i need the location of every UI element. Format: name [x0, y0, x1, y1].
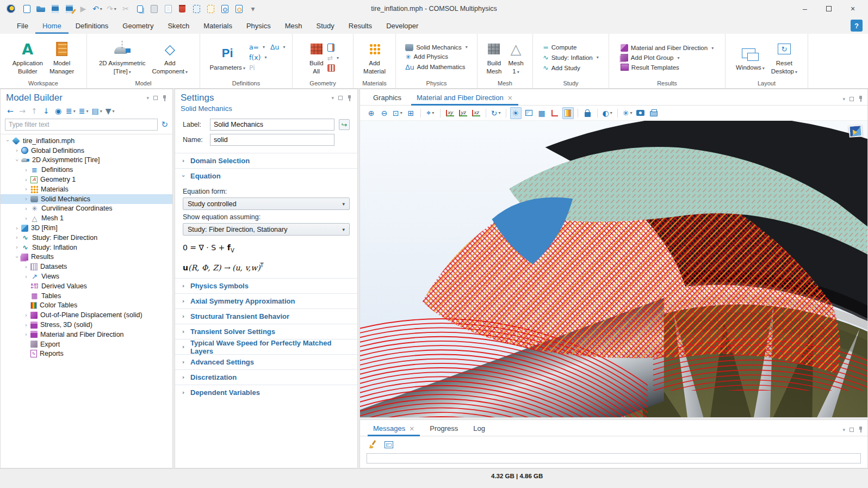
component-2d-axisymmetric-button[interactable]: 2D Axisymmetric[Tire]▾: [96, 39, 148, 76]
result-templates-button[interactable]: Result Templates: [621, 64, 679, 71]
rename-icon[interactable]: ↪: [339, 119, 350, 130]
filter-icon[interactable]: ▼▾: [104, 106, 116, 116]
add-plot-group-button[interactable]: Add Plot Group▾: [621, 54, 680, 61]
application-builder-button[interactable]: AApplicationBuilder: [10, 39, 46, 76]
select-all-icon[interactable]: [190, 2, 202, 15]
tree-item-definitions[interactable]: ›≡Definitions: [1, 165, 172, 175]
close-tab-icon[interactable]: ×: [507, 94, 513, 102]
reset-desktop-button[interactable]: ↻ResetDesktop▾: [768, 39, 800, 76]
tree-item-results[interactable]: ›Results: [1, 252, 172, 262]
maximize-button[interactable]: [817, 1, 841, 16]
cut-icon[interactable]: ✂: [120, 2, 132, 15]
tree-item-solid-mechanics[interactable]: ›Solid Mechanics: [1, 194, 172, 204]
messages-output-box[interactable]: [367, 453, 861, 464]
view-xy-icon[interactable]: xy: [444, 107, 456, 119]
parameter-case-button[interactable]: Pi: [249, 64, 255, 72]
customize-qat-icon[interactable]: ▾: [247, 2, 259, 15]
section-transient-solver-settings[interactable]: ›Transient Solver Settings: [175, 324, 357, 339]
paste-icon[interactable]: [148, 2, 160, 15]
plot-thumbnail-icon[interactable]: [848, 125, 862, 138]
transparency-icon[interactable]: [523, 107, 535, 119]
tree-chevron-icon[interactable]: ›: [22, 215, 30, 221]
section-structural-transient-behavior[interactable]: ›Structural Transient Behavior: [175, 308, 357, 324]
study-inflation-button[interactable]: ∿Study: Inflation▾: [543, 53, 599, 61]
redo-icon[interactable]: ↷▾: [106, 2, 117, 15]
zoom-out-icon[interactable]: ⊖: [379, 107, 390, 119]
build-all-button[interactable]: BuildAll: [307, 39, 326, 76]
tree-item-material-and-fiber-direction[interactable]: ›Material and Fiber Direction: [1, 330, 172, 339]
add-study-button[interactable]: ∿Add Study: [543, 64, 580, 72]
section-discretization[interactable]: ›Discretization: [175, 369, 357, 385]
menu-mesh[interactable]: Mesh: [278, 17, 309, 34]
panel-menu-icon[interactable]: ▾: [842, 96, 845, 102]
minimize-button[interactable]: –: [793, 1, 817, 16]
menu-file[interactable]: File: [10, 17, 35, 34]
tree-chevron-icon[interactable]: ›: [22, 331, 30, 337]
close-tab-icon[interactable]: ×: [409, 425, 414, 433]
add-physics-button[interactable]: ✳Add Physics: [405, 53, 448, 61]
build-mesh-button[interactable]: BuildMesh: [483, 39, 504, 76]
zoom-box-icon[interactable]: ⊡▾: [392, 107, 404, 119]
show-equation-select[interactable]: Study: Fiber Direction, Stationary ▾: [183, 223, 350, 236]
help-button[interactable]: ?: [851, 20, 863, 32]
undo-icon[interactable]: ↶▾: [91, 2, 103, 15]
tree-item-materials[interactable]: ›Materials: [1, 184, 172, 194]
graphics-tab-material-and-fiber-direction[interactable]: Material and Fiber Direction×: [411, 91, 518, 105]
menu-geometry[interactable]: Geometry: [115, 17, 160, 34]
lock-view-icon[interactable]: [582, 107, 593, 119]
go-to-view-icon[interactable]: ⌖▾: [425, 107, 436, 119]
menu-study[interactable]: Study: [309, 17, 342, 34]
run-icon[interactable]: ▶: [77, 2, 89, 15]
menu-physics[interactable]: Physics: [239, 17, 278, 34]
scene-light-icon[interactable]: ☀: [510, 107, 522, 119]
tree-chevron-icon[interactable]: ›: [22, 322, 30, 328]
graphics-tab-graphics[interactable]: Graphics: [368, 91, 407, 105]
menu-definitions[interactable]: Definitions: [69, 17, 116, 34]
messages-tab-progress[interactable]: Progress: [424, 422, 463, 436]
variables-button[interactable]: a=▾: [249, 43, 265, 51]
tree-item-export[interactable]: Export: [1, 339, 172, 349]
equation-form-select[interactable]: Study controlled ▾: [183, 197, 350, 210]
insert-sequence-icon[interactable]: [327, 44, 334, 52]
menu-materials[interactable]: Materials: [196, 17, 239, 34]
tree-item-stress-3d-solid-[interactable]: ›Stress, 3D (solid): [1, 320, 172, 330]
tree-item-2d-axisymmetric-tire-[interactable]: ›2D Axisymmetric [Tire]: [1, 156, 172, 165]
delete-icon[interactable]: [176, 2, 188, 15]
add-material-button[interactable]: AddMaterial: [361, 39, 388, 76]
node-text-icon[interactable]: ▤▾: [91, 106, 103, 116]
mesh-1-button[interactable]: △Mesh1▾: [506, 39, 526, 76]
duplicate-icon[interactable]: [162, 2, 174, 15]
new-file-icon[interactable]: [21, 2, 33, 15]
pin-panel-icon[interactable]: [858, 427, 863, 433]
tree-item-geometry-1[interactable]: ›AGeometry 1: [1, 175, 172, 184]
section-equation[interactable]: ›Equation: [175, 168, 357, 183]
tree-chevron-icon[interactable]: ›: [14, 253, 20, 261]
tree-chevron-icon[interactable]: ›: [22, 196, 30, 202]
rework-icon[interactable]: ⇄▾: [327, 54, 339, 62]
color-legend-icon[interactable]: [562, 107, 574, 119]
pin-panel-icon[interactable]: [347, 95, 352, 101]
open-in-new-window-icon[interactable]: [383, 438, 395, 451]
close-button[interactable]: ×: [841, 1, 865, 16]
virtual-operations-icon[interactable]: [327, 64, 335, 72]
messages-tab-messages[interactable]: Messages×: [368, 422, 420, 436]
panel-menu-icon[interactable]: ▾: [146, 95, 149, 101]
pin-panel-icon[interactable]: [162, 95, 167, 101]
menu-home[interactable]: Home: [35, 17, 69, 34]
pin-panel-icon[interactable]: [858, 96, 863, 102]
move-down-icon[interactable]: ↓: [41, 106, 52, 116]
tree-item-curvilinear-coordinates[interactable]: ›✳Curvilinear Coordinates: [1, 204, 172, 214]
float-panel-icon[interactable]: [338, 96, 343, 100]
refresh-icon[interactable]: ↻: [161, 120, 168, 129]
coupling-operators-button[interactable]: Δu▾: [270, 43, 286, 51]
menu-sketch[interactable]: Sketch: [160, 17, 196, 34]
axis-orientation-icon[interactable]: [549, 107, 561, 119]
menu-developer[interactable]: Developer: [379, 17, 425, 34]
tree-item-out-of-plane-displacement-solid-[interactable]: ›Out-of-Plane Displacement (solid): [1, 310, 172, 320]
tree-chevron-icon[interactable]: ›: [13, 234, 21, 240]
name-input[interactable]: [210, 134, 334, 146]
move-up-icon[interactable]: ↑: [29, 106, 40, 116]
messages-tab-log[interactable]: Log: [468, 422, 491, 436]
find-icon[interactable]: [219, 2, 231, 15]
panel-menu-icon[interactable]: ▾: [842, 427, 845, 433]
